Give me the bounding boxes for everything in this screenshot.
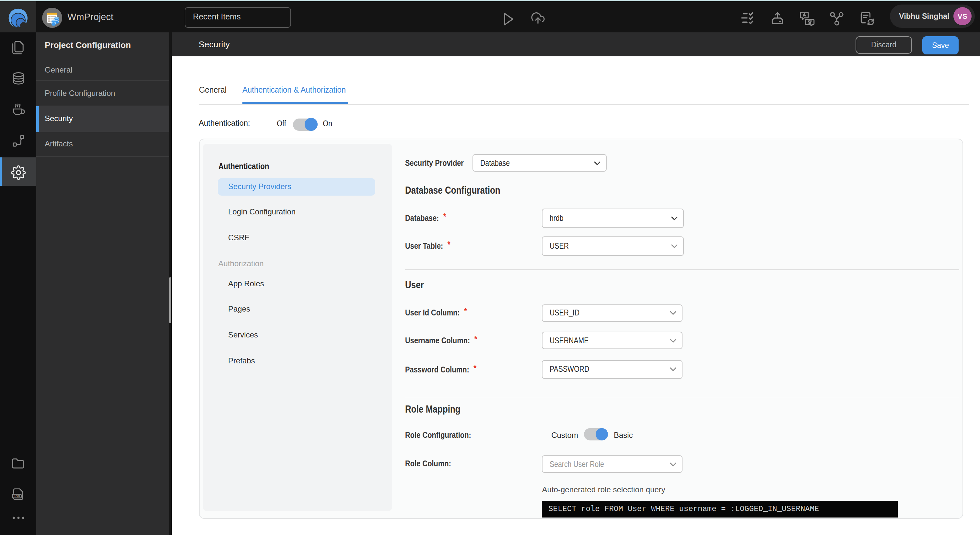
svg-text:LOG: LOG xyxy=(14,495,20,498)
